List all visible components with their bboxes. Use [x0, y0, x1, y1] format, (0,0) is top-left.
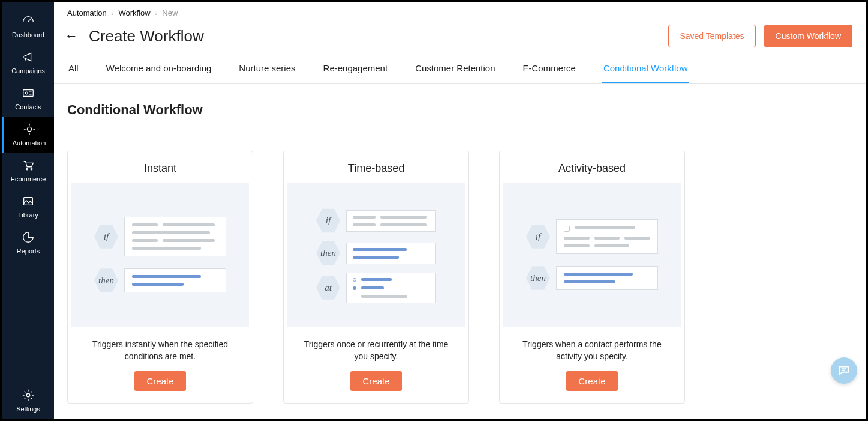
- svg-point-6: [26, 393, 30, 397]
- card-timebased: Time-based if then: [283, 151, 469, 404]
- if-hex-icon: if: [94, 223, 118, 250]
- gear-icon: [22, 389, 35, 403]
- chat-icon: [837, 364, 851, 377]
- sidebar-item-ecommerce[interactable]: Ecommerce: [2, 153, 54, 189]
- if-hex-icon: if: [526, 223, 550, 250]
- section-title: Conditional Workflow: [67, 102, 852, 118]
- create-instant-button[interactable]: Create: [134, 371, 185, 391]
- if-hex-icon: if: [316, 208, 340, 234]
- card-activitybased: Activity-based if then: [499, 151, 685, 404]
- sidebar-item-label: Ecommerce: [11, 175, 46, 183]
- sidebar-item-label: Settings: [16, 405, 40, 413]
- page-header: ← Create Workflow Saved Templates Custom…: [54, 17, 866, 56]
- tab-retention[interactable]: Customer Retention: [414, 56, 496, 83]
- page-title: Create Workflow: [89, 27, 204, 46]
- megaphone-icon: [22, 50, 35, 65]
- custom-workflow-button[interactable]: Custom Workflow: [764, 25, 852, 47]
- svg-point-3: [26, 168, 28, 170]
- sidebar-item-settings[interactable]: Settings: [2, 383, 54, 419]
- pie-chart-icon: [22, 231, 35, 245]
- breadcrumb-workflow[interactable]: Workflow: [118, 8, 150, 17]
- card-description: Triggers once or recurrently at the time…: [284, 327, 468, 371]
- cart-icon: [22, 159, 35, 173]
- chevron-right-icon: ›: [155, 10, 158, 17]
- id-card-icon: [22, 86, 35, 101]
- tab-all[interactable]: All: [67, 56, 80, 83]
- at-hex-icon: at: [316, 274, 340, 301]
- svg-rect-5: [24, 198, 33, 205]
- tabs: All Welcome and on-boarding Nurture seri…: [54, 56, 866, 84]
- svg-point-4: [31, 168, 32, 170]
- svg-point-1: [25, 92, 28, 94]
- image-icon: [22, 195, 35, 209]
- card-title: Time-based: [284, 151, 468, 183]
- sidebar-item-campaigns[interactable]: Campaigns: [2, 44, 54, 80]
- main: Automation › Workflow › New ← Create Wor…: [54, 2, 866, 419]
- sidebar-item-reports[interactable]: Reports: [2, 225, 54, 261]
- card-figure: if then: [71, 183, 249, 327]
- sidebar: Dashboard Campaigns Contacts Automation …: [2, 2, 54, 419]
- back-button[interactable]: ←: [65, 28, 78, 44]
- sidebar-item-label: Automation: [13, 139, 46, 147]
- then-hex-icon: then: [526, 265, 550, 291]
- svg-rect-0: [23, 90, 34, 97]
- card-figure: if then: [503, 183, 681, 327]
- breadcrumb-new: New: [162, 8, 178, 17]
- svg-point-2: [27, 127, 31, 131]
- cards-row: Instant if then: [67, 151, 852, 404]
- sidebar-item-contacts[interactable]: Contacts: [2, 80, 54, 117]
- gauge-icon: [22, 14, 35, 29]
- card-instant: Instant if then: [67, 151, 253, 404]
- sidebar-item-label: Reports: [17, 247, 40, 255]
- then-hex-icon: then: [94, 267, 118, 294]
- saved-templates-button[interactable]: Saved Templates: [668, 25, 755, 47]
- sidebar-item-label: Library: [18, 211, 38, 219]
- breadcrumb: Automation › Workflow › New: [54, 2, 866, 17]
- then-hex-icon: then: [316, 240, 340, 267]
- sidebar-item-label: Contacts: [15, 103, 41, 111]
- content: Conditional Workflow Instant if: [54, 84, 866, 419]
- breadcrumb-automation[interactable]: Automation: [67, 8, 107, 17]
- sidebar-item-label: Dashboard: [12, 31, 44, 38]
- create-timebased-button[interactable]: Create: [350, 371, 401, 391]
- sidebar-item-dashboard[interactable]: Dashboard: [2, 8, 54, 44]
- create-activitybased-button[interactable]: Create: [566, 371, 617, 391]
- tab-welcome[interactable]: Welcome and on-boarding: [105, 56, 213, 83]
- card-description: Triggers when a contact performs the act…: [500, 327, 684, 371]
- tab-nurture[interactable]: Nurture series: [238, 56, 296, 83]
- tab-reengagement[interactable]: Re-engagement: [322, 56, 389, 83]
- card-title: Instant: [68, 151, 253, 183]
- card-figure: if then: [287, 183, 465, 327]
- sidebar-item-library[interactable]: Library: [2, 189, 54, 225]
- sidebar-item-label: Campaigns: [11, 67, 45, 74]
- help-chat-button[interactable]: [831, 357, 857, 384]
- card-description: Triggers instantly when the specified co…: [68, 327, 253, 371]
- tab-conditional[interactable]: Conditional Workflow: [602, 56, 689, 83]
- automation-icon: [23, 123, 36, 137]
- card-title: Activity-based: [500, 151, 684, 183]
- chevron-right-icon: ›: [112, 10, 114, 17]
- sidebar-item-automation[interactable]: Automation: [2, 117, 54, 153]
- tab-ecommerce[interactable]: E-Commerce: [522, 56, 577, 83]
